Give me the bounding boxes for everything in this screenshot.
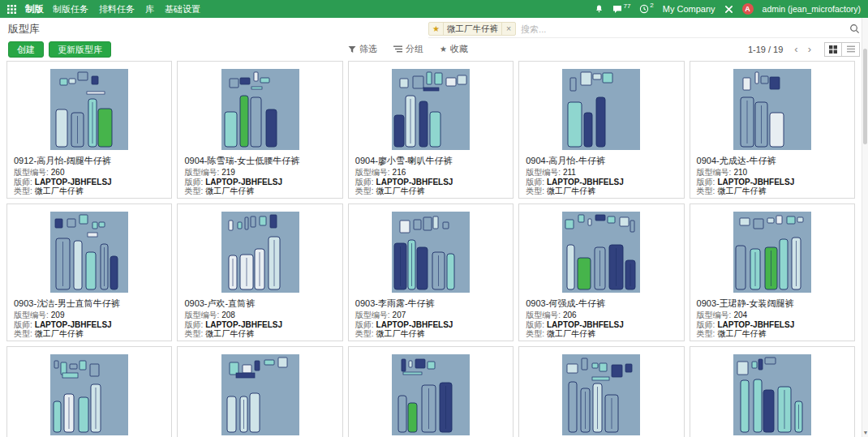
app-name[interactable]: 制版 — [25, 3, 44, 15]
pattern-designer-row: 版师:LAPTOP-JBHFELSJ — [7, 178, 171, 187]
menu-item[interactable]: 排料任务 — [99, 3, 135, 15]
menu-item[interactable]: 制版任务 — [53, 3, 88, 15]
pattern-title[interactable]: 0904-尤成达-牛仔裤 — [690, 152, 854, 168]
activity-clock-icon[interactable]: 2 — [639, 4, 653, 14]
tools-icon[interactable] — [724, 5, 733, 14]
facet-remove-icon[interactable]: × — [501, 23, 515, 35]
pager-prev-button[interactable]: ‹ — [791, 44, 801, 54]
topbar-menus: 制版任务排料任务库基础设置 — [53, 3, 200, 15]
control-panel: 版型库 ★ 微工厂牛仔裤 × — [0, 20, 868, 38]
designer-value: LAPTOP-JBHFELSJ — [717, 178, 794, 186]
apps-grid-icon[interactable] — [7, 5, 16, 14]
group-by-menu[interactable]: 分组 — [393, 43, 423, 55]
pattern-title[interactable]: 0903-王珺静-女装阔腿裤 — [690, 295, 854, 311]
pattern-title[interactable]: 0904-陈雪瑞-女士低腰牛仔裤 — [178, 152, 342, 168]
scrollbar-down-arrow[interactable]: ▼ — [862, 429, 868, 437]
pager-next-button[interactable]: › — [805, 44, 814, 54]
chat-icon[interactable]: 77 — [612, 5, 630, 14]
filter-menu[interactable]: 筛选 — [348, 43, 377, 55]
pattern-type-row: 类型:微工厂牛仔裤 — [7, 329, 171, 339]
pattern-card[interactable]: 0903-王珺静-女装阔腿裤 版型编号:204 版师:LAPTOP-JBHFEL… — [690, 204, 855, 341]
search-bar[interactable]: ★ 微工厂牛仔裤 × — [428, 20, 860, 38]
user-menu[interactable]: admin (jean_microfactory) — [763, 4, 861, 14]
pattern-title[interactable]: 0904-高月怡-牛仔裤 — [519, 152, 683, 168]
kanban-view-button[interactable] — [824, 42, 842, 57]
scrollbar[interactable]: ▼ — [862, 18, 868, 437]
pattern-title[interactable]: 0912-高月怡-阔腿牛仔裤 — [7, 152, 171, 168]
pattern-library-app: 制版 制版任务排料任务库基础设置 77 2 My Company A admin… — [0, 0, 868, 437]
code-value: 260 — [51, 168, 65, 177]
pattern-title[interactable]: 0904-廖小雪-喇叭牛仔裤 — [349, 152, 513, 168]
code-label: 版型编号: — [184, 311, 219, 319]
activity-badge: 2 — [650, 2, 653, 9]
create-button[interactable]: 创建 — [8, 41, 44, 58]
group-icon — [393, 45, 402, 53]
pattern-card[interactable]: 0904-陈雪瑞-女士低腰牛仔裤 版型编号:219 版师:LAPTOP-JBHF… — [177, 61, 342, 199]
pattern-designer-row: 版师:LAPTOP-JBHFELSJ — [7, 320, 171, 330]
pattern-title[interactable]: 0903-卢欢-直筒裤 — [178, 295, 342, 311]
list-view-button[interactable] — [842, 42, 860, 57]
type-label: 类型: — [14, 329, 32, 338]
code-label: 版型编号: — [184, 168, 219, 177]
scrollbar-thumb[interactable] — [863, 49, 867, 144]
pattern-thumbnail — [690, 62, 854, 152]
pattern-title[interactable]: 0903-沈洁-男士直筒牛仔裤 — [7, 295, 171, 311]
type-value: 微工厂牛仔裤 — [205, 329, 254, 338]
pattern-thumbnail — [178, 204, 342, 295]
pattern-card[interactable] — [6, 346, 172, 437]
pattern-type-row: 类型:微工厂牛仔裤 — [519, 186, 683, 196]
pattern-card[interactable]: 0903-沈洁-男士直筒牛仔裤 版型编号:209 版师:LAPTOP-JBHFE… — [6, 204, 172, 341]
code-label: 版型编号: — [14, 168, 49, 177]
pattern-thumbnail — [178, 347, 342, 437]
pattern-card[interactable] — [177, 346, 342, 437]
list-icon — [847, 45, 855, 53]
pattern-designer-row: 版师:LAPTOP-JBHFELSJ — [178, 320, 342, 330]
pager: 1-19 / 19 ‹ › — [748, 42, 860, 57]
pattern-card[interactable] — [348, 346, 513, 437]
menu-item[interactable]: 库 — [145, 3, 154, 15]
pattern-code-row: 版型编号:208 — [178, 311, 342, 320]
pattern-card[interactable] — [518, 346, 684, 437]
code-value: 206 — [563, 311, 577, 319]
designer-value: LAPTOP-JBHFELSJ — [376, 178, 453, 186]
type-label: 类型: — [355, 329, 374, 338]
pattern-designer-row: 版师:LAPTOP-JBHFELSJ — [349, 178, 513, 187]
code-value: 210 — [733, 168, 747, 177]
search-facet[interactable]: ★ 微工厂牛仔裤 × — [428, 22, 516, 36]
code-value: 208 — [221, 311, 235, 319]
pattern-card[interactable]: 0903-何强成-牛仔裤 版型编号:206 版师:LAPTOP-JBHFELSJ… — [518, 204, 684, 341]
pattern-type-row: 类型:微工厂牛仔裤 — [690, 329, 854, 339]
designer-value: LAPTOP-JBHFELSJ — [35, 320, 112, 329]
facet-star-icon: ★ — [429, 23, 443, 35]
type-value: 微工厂牛仔裤 — [547, 329, 595, 338]
pattern-title[interactable]: 0903-何强成-牛仔裤 — [519, 295, 683, 311]
pattern-title[interactable]: 0903-李雨露-牛仔裤 — [349, 295, 513, 311]
search-input[interactable] — [521, 24, 844, 34]
pattern-code-row: 版型编号:260 — [7, 168, 171, 178]
pattern-thumbnail — [7, 62, 171, 152]
code-value: 209 — [51, 311, 65, 319]
company-switcher[interactable]: My Company — [663, 4, 715, 14]
update-library-button[interactable]: 更新版型库 — [49, 41, 111, 58]
pattern-card[interactable]: 0903-卢欢-直筒裤 版型编号:208 版师:LAPTOP-JBHFELSJ … — [177, 204, 342, 341]
avatar[interactable]: A — [742, 3, 754, 15]
bell-icon[interactable] — [595, 4, 604, 14]
favorites-menu[interactable]: ★ 收藏 — [440, 43, 468, 55]
pattern-thumbnail — [7, 347, 171, 437]
menu-item[interactable]: 基础设置 — [165, 3, 200, 15]
pattern-designer-row: 版师:LAPTOP-JBHFELSJ — [349, 320, 513, 330]
view-switcher — [824, 42, 860, 57]
pattern-thumbnail — [7, 204, 171, 295]
code-label: 版型编号: — [526, 168, 561, 177]
pattern-code-row: 版型编号:204 — [690, 311, 854, 320]
pattern-card[interactable]: 0903-李雨露-牛仔裤 版型编号:207 版师:LAPTOP-JBHFELSJ… — [348, 204, 513, 341]
search-icon[interactable] — [849, 24, 860, 34]
pattern-designer-row: 版师:LAPTOP-JBHFELSJ — [690, 320, 854, 330]
pattern-card[interactable]: 0904-高月怡-牛仔裤 版型编号:211 版师:LAPTOP-JBHFELSJ… — [518, 61, 684, 199]
designer-value: LAPTOP-JBHFELSJ — [205, 320, 282, 329]
pattern-card[interactable]: 0904-尤成达-牛仔裤 版型编号:210 版师:LAPTOP-JBHFELSJ… — [690, 61, 855, 199]
pattern-card[interactable]: 0904-廖小雪-喇叭牛仔裤 版型编号:216 版师:LAPTOP-JBHFEL… — [348, 61, 513, 199]
pattern-card[interactable]: 0912-高月怡-阔腿牛仔裤 版型编号:260 版师:LAPTOP-JBHFEL… — [6, 61, 172, 199]
pattern-card[interactable] — [690, 346, 855, 437]
designer-value: LAPTOP-JBHFELSJ — [547, 320, 624, 329]
